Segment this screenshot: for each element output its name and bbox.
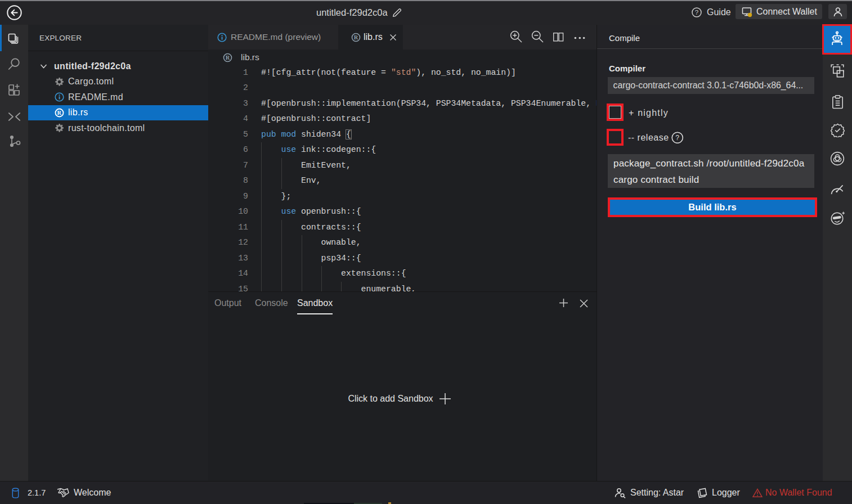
svg-text:?: ? — [675, 133, 679, 141]
svg-text:R: R — [226, 55, 230, 61]
svg-text:R: R — [354, 34, 358, 40]
svg-text:R: R — [57, 110, 62, 116]
svg-text:?: ? — [695, 9, 698, 16]
